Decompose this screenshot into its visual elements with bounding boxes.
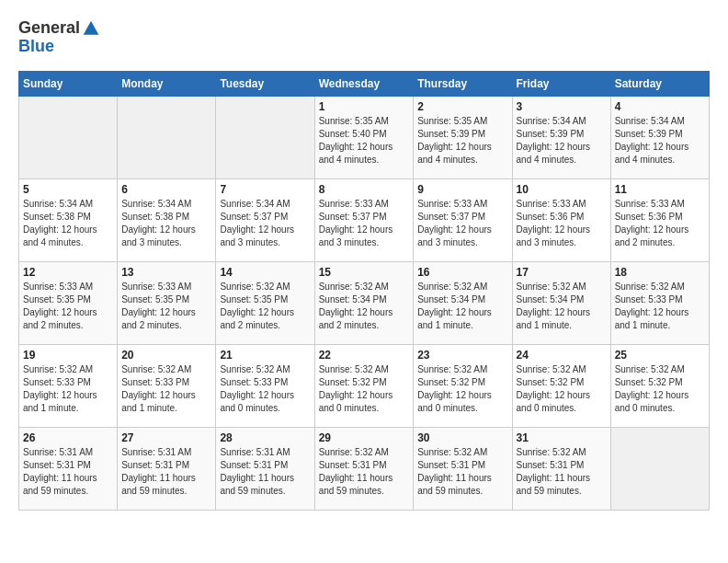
calendar-header: SundayMondayTuesdayWednesdayThursdayFrid… xyxy=(19,72,710,97)
calendar-cell: 8Sunrise: 5:33 AM Sunset: 5:37 PM Daylig… xyxy=(314,179,414,262)
logo-general: General xyxy=(18,18,80,39)
calendar-cell: 31Sunrise: 5:32 AM Sunset: 5:31 PM Dayli… xyxy=(512,428,610,511)
day-info: Sunrise: 5:31 AM Sunset: 5:31 PM Dayligh… xyxy=(220,446,310,498)
day-number: 13 xyxy=(121,266,211,279)
calendar-table: SundayMondayTuesdayWednesdayThursdayFrid… xyxy=(18,71,710,511)
weekday-header-wednesday: Wednesday xyxy=(314,72,414,97)
day-number: 24 xyxy=(517,349,607,362)
calendar-cell xyxy=(216,97,314,179)
calendar-cell: 3Sunrise: 5:34 AM Sunset: 5:39 PM Daylig… xyxy=(512,97,610,179)
calendar-cell: 27Sunrise: 5:31 AM Sunset: 5:31 PM Dayli… xyxy=(118,428,216,511)
day-info: Sunrise: 5:35 AM Sunset: 5:40 PM Dayligh… xyxy=(319,115,410,167)
day-number: 10 xyxy=(517,183,607,196)
calendar-cell: 5Sunrise: 5:34 AM Sunset: 5:38 PM Daylig… xyxy=(19,179,118,262)
weekday-header-saturday: Saturday xyxy=(610,72,709,97)
calendar-body: 1Sunrise: 5:35 AM Sunset: 5:40 PM Daylig… xyxy=(19,97,710,511)
day-number: 14 xyxy=(220,266,310,279)
calendar-cell: 4Sunrise: 5:34 AM Sunset: 5:39 PM Daylig… xyxy=(610,97,709,179)
day-info: Sunrise: 5:32 AM Sunset: 5:32 PM Dayligh… xyxy=(319,363,410,415)
day-info: Sunrise: 5:32 AM Sunset: 5:35 PM Dayligh… xyxy=(220,281,310,332)
calendar-week-4: 19Sunrise: 5:32 AM Sunset: 5:33 PM Dayli… xyxy=(19,345,710,428)
day-number: 18 xyxy=(615,266,705,279)
day-info: Sunrise: 5:35 AM Sunset: 5:39 PM Dayligh… xyxy=(417,115,507,167)
day-number: 6 xyxy=(121,183,211,196)
day-info: Sunrise: 5:32 AM Sunset: 5:34 PM Dayligh… xyxy=(517,281,607,332)
day-info: Sunrise: 5:32 AM Sunset: 5:32 PM Dayligh… xyxy=(517,363,607,415)
calendar-cell: 16Sunrise: 5:32 AM Sunset: 5:34 PM Dayli… xyxy=(414,262,512,345)
calendar-cell: 13Sunrise: 5:33 AM Sunset: 5:35 PM Dayli… xyxy=(118,262,216,345)
day-info: Sunrise: 5:32 AM Sunset: 5:31 PM Dayligh… xyxy=(417,446,507,498)
day-number: 4 xyxy=(615,100,705,113)
day-info: Sunrise: 5:33 AM Sunset: 5:36 PM Dayligh… xyxy=(615,198,705,249)
day-info: Sunrise: 5:31 AM Sunset: 5:31 PM Dayligh… xyxy=(23,446,113,498)
weekday-header-thursday: Thursday xyxy=(414,72,512,97)
day-number: 27 xyxy=(121,431,211,444)
calendar-cell: 14Sunrise: 5:32 AM Sunset: 5:35 PM Dayli… xyxy=(216,262,314,345)
day-number: 30 xyxy=(417,431,507,444)
header-row: SundayMondayTuesdayWednesdayThursdayFrid… xyxy=(19,72,710,97)
day-info: Sunrise: 5:33 AM Sunset: 5:36 PM Dayligh… xyxy=(517,198,607,249)
day-info: Sunrise: 5:34 AM Sunset: 5:37 PM Dayligh… xyxy=(220,198,310,249)
calendar-cell: 7Sunrise: 5:34 AM Sunset: 5:37 PM Daylig… xyxy=(216,179,314,262)
day-number: 11 xyxy=(615,183,705,196)
day-info: Sunrise: 5:33 AM Sunset: 5:37 PM Dayligh… xyxy=(417,198,507,249)
day-info: Sunrise: 5:34 AM Sunset: 5:39 PM Dayligh… xyxy=(615,115,705,167)
calendar-cell: 9Sunrise: 5:33 AM Sunset: 5:37 PM Daylig… xyxy=(414,179,512,262)
weekday-header-monday: Monday xyxy=(118,72,216,97)
logo-icon xyxy=(82,19,100,38)
day-number: 25 xyxy=(615,349,705,362)
day-number: 29 xyxy=(319,431,410,444)
calendar-cell: 10Sunrise: 5:33 AM Sunset: 5:36 PM Dayli… xyxy=(512,179,610,262)
day-info: Sunrise: 5:31 AM Sunset: 5:31 PM Dayligh… xyxy=(121,446,211,498)
calendar-cell: 24Sunrise: 5:32 AM Sunset: 5:32 PM Dayli… xyxy=(512,345,610,428)
day-info: Sunrise: 5:32 AM Sunset: 5:33 PM Dayligh… xyxy=(615,281,705,332)
day-number: 1 xyxy=(319,100,410,113)
logo-blue: Blue xyxy=(18,37,54,57)
calendar-cell: 28Sunrise: 5:31 AM Sunset: 5:31 PM Dayli… xyxy=(216,428,314,511)
day-number: 21 xyxy=(220,349,310,362)
day-info: Sunrise: 5:32 AM Sunset: 5:31 PM Dayligh… xyxy=(517,446,607,498)
day-info: Sunrise: 5:34 AM Sunset: 5:38 PM Dayligh… xyxy=(121,198,211,249)
day-number: 3 xyxy=(517,100,607,113)
calendar-week-1: 1Sunrise: 5:35 AM Sunset: 5:40 PM Daylig… xyxy=(19,97,710,179)
calendar-cell: 21Sunrise: 5:32 AM Sunset: 5:33 PM Dayli… xyxy=(216,345,314,428)
calendar-cell: 20Sunrise: 5:32 AM Sunset: 5:33 PM Dayli… xyxy=(118,345,216,428)
calendar-cell xyxy=(610,428,709,511)
calendar-week-5: 26Sunrise: 5:31 AM Sunset: 5:31 PM Dayli… xyxy=(19,428,710,511)
day-number: 23 xyxy=(417,349,507,362)
day-number: 19 xyxy=(23,349,113,362)
day-info: Sunrise: 5:32 AM Sunset: 5:34 PM Dayligh… xyxy=(417,281,507,332)
day-number: 28 xyxy=(220,431,310,444)
day-info: Sunrise: 5:32 AM Sunset: 5:32 PM Dayligh… xyxy=(615,363,705,415)
weekday-header-sunday: Sunday xyxy=(19,72,118,97)
day-number: 15 xyxy=(319,266,410,279)
calendar-cell: 22Sunrise: 5:32 AM Sunset: 5:32 PM Dayli… xyxy=(314,345,414,428)
calendar-cell xyxy=(118,97,216,179)
calendar-cell: 6Sunrise: 5:34 AM Sunset: 5:38 PM Daylig… xyxy=(118,179,216,262)
calendar-cell: 15Sunrise: 5:32 AM Sunset: 5:34 PM Dayli… xyxy=(314,262,414,345)
day-number: 12 xyxy=(23,266,113,279)
weekday-header-tuesday: Tuesday xyxy=(216,72,314,97)
day-number: 22 xyxy=(319,349,410,362)
day-number: 5 xyxy=(23,183,113,196)
day-number: 8 xyxy=(319,183,410,196)
page-header: General Blue xyxy=(18,18,710,56)
calendar-cell: 29Sunrise: 5:32 AM Sunset: 5:31 PM Dayli… xyxy=(314,428,414,511)
day-info: Sunrise: 5:32 AM Sunset: 5:33 PM Dayligh… xyxy=(23,363,113,415)
day-info: Sunrise: 5:32 AM Sunset: 5:31 PM Dayligh… xyxy=(319,446,410,498)
calendar-week-3: 12Sunrise: 5:33 AM Sunset: 5:35 PM Dayli… xyxy=(19,262,710,345)
calendar-week-2: 5Sunrise: 5:34 AM Sunset: 5:38 PM Daylig… xyxy=(19,179,710,262)
day-number: 16 xyxy=(417,266,507,279)
day-info: Sunrise: 5:32 AM Sunset: 5:33 PM Dayligh… xyxy=(121,363,211,415)
logo: General Blue xyxy=(18,18,100,56)
calendar-cell: 25Sunrise: 5:32 AM Sunset: 5:32 PM Dayli… xyxy=(610,345,709,428)
day-number: 31 xyxy=(517,431,607,444)
day-info: Sunrise: 5:33 AM Sunset: 5:35 PM Dayligh… xyxy=(121,281,211,332)
day-number: 7 xyxy=(220,183,310,196)
calendar-cell: 17Sunrise: 5:32 AM Sunset: 5:34 PM Dayli… xyxy=(512,262,610,345)
calendar-cell: 30Sunrise: 5:32 AM Sunset: 5:31 PM Dayli… xyxy=(414,428,512,511)
day-info: Sunrise: 5:32 AM Sunset: 5:32 PM Dayligh… xyxy=(417,363,507,415)
calendar-cell: 19Sunrise: 5:32 AM Sunset: 5:33 PM Dayli… xyxy=(19,345,118,428)
day-number: 26 xyxy=(23,431,113,444)
calendar-cell: 2Sunrise: 5:35 AM Sunset: 5:39 PM Daylig… xyxy=(414,97,512,179)
